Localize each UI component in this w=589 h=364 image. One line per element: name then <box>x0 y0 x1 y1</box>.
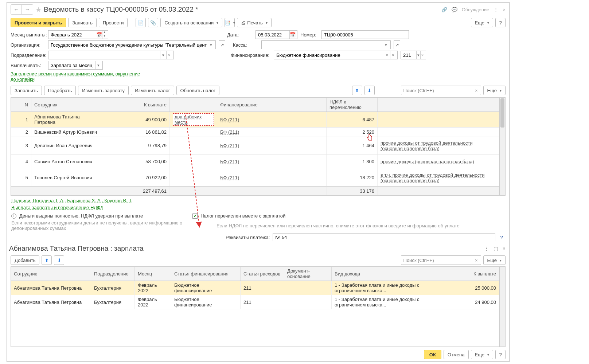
org-open-button[interactable]: ↗ <box>219 40 225 49</box>
table-row[interactable]: Абнагимова Татьяна Петровна Бухгалтерия … <box>11 295 499 309</box>
discussion-icon[interactable]: 💬 <box>452 7 457 12</box>
col-sub-fin[interactable]: Статья финансирования <box>171 267 241 281</box>
col-sub-employee[interactable]: Сотрудник <box>11 267 91 281</box>
ok-button[interactable]: ОК <box>424 350 441 359</box>
cash-label: Касса: <box>233 42 258 48</box>
back-button[interactable]: ← <box>11 5 22 14</box>
print-dropdown[interactable]: 🖨Печать <box>237 18 272 27</box>
table-search-input[interactable]: × <box>401 86 481 95</box>
number-field[interactable] <box>321 30 409 39</box>
more-dropdown[interactable]: Еще <box>471 18 493 27</box>
col-employee[interactable]: Сотрудник <box>31 98 104 111</box>
table-row[interactable]: Абнагимова Татьяна Петровна Бухгалтерия … <box>11 281 499 295</box>
req-field[interactable] <box>273 233 495 241</box>
col-tax[interactable]: НДФЛ к перечислению <box>327 98 378 111</box>
info-text: Деньги выданы полностью, НДФЛ удержан пр… <box>19 213 143 219</box>
fin-field[interactable]: ▾× <box>274 51 398 59</box>
sub-maximize-icon[interactable]: ▢ <box>494 246 498 251</box>
date-field[interactable]: 📅 <box>256 30 297 39</box>
report-icon-button[interactable]: 📄 <box>136 18 146 27</box>
attach-icon-button[interactable]: 📎 <box>148 18 158 27</box>
muted-left-text: Если некоторыми сотрудниками деньги не п… <box>11 220 214 231</box>
col-sub-dep[interactable]: Подразделение <box>91 267 135 281</box>
forward-button[interactable]: → <box>22 5 33 14</box>
col-n[interactable]: N <box>11 98 31 111</box>
col-sub-kind[interactable]: Вид дохода <box>332 267 448 281</box>
table-row[interactable]: 3 Девяткин Иван Андреевич 9 798,79 БФ (2… <box>11 137 499 154</box>
sub-more-dropdown[interactable]: Еще <box>483 255 506 265</box>
table-row[interactable]: 4 Савкин Антон Степанович 58 700,00 БФ (… <box>11 154 499 169</box>
month-label: Месяц выплаты: <box>11 32 45 38</box>
org-label: Организация: <box>11 42 45 48</box>
sub-table-scrollbar[interactable] <box>499 267 505 347</box>
cash-open-button[interactable]: ↗ <box>394 40 400 49</box>
org-field[interactable]: ▾ <box>48 40 216 49</box>
muted-right-text: Если НДФЛ не перечислен или перечислен ч… <box>217 223 460 228</box>
total-pay: 227 497,61 <box>104 187 170 195</box>
sub-move-up-button[interactable]: ⬆ <box>42 255 52 265</box>
edit-tax-button[interactable]: Изменить налог <box>131 86 174 95</box>
page-title: Ведомость в кассу ТЦ00-000005 от 05.03.2… <box>44 5 198 13</box>
sub-move-down-button[interactable]: ⬇ <box>54 255 64 265</box>
col-sub-rash[interactable]: Статья расходов <box>241 267 284 281</box>
fin-label: Финансирование: <box>231 52 271 58</box>
salary-detail-table[interactable]: Сотрудник Подразделение Месяц Статья фин… <box>11 266 506 347</box>
tax-transferred-checkbox[interactable]: ✔ <box>192 214 198 219</box>
info-icon: i <box>11 214 16 219</box>
post-close-button[interactable]: Провести и закрыть <box>11 18 66 27</box>
number-label: Номер: <box>300 32 319 38</box>
close-icon[interactable]: × <box>503 7 506 12</box>
help-button[interactable]: ? <box>495 18 506 27</box>
sub-search-clear[interactable]: × <box>473 258 479 263</box>
fill-settings-link[interactable]: Заполнение всеми причитающимися суммами,… <box>11 71 140 82</box>
pay-label: Выплачивать: <box>11 63 45 68</box>
dep-label: Подразделение: <box>11 52 45 58</box>
req-help-icon[interactable]: ? <box>498 235 505 240</box>
col-sub-amt[interactable]: К выплате <box>448 267 499 281</box>
signers-link[interactable]: Подписи: Погодина Т. А., Барышева З. А.,… <box>11 198 505 203</box>
table-row[interactable]: 2 Вишневский Артур Юрьевич 16 861,82 БФ … <box>11 128 499 137</box>
cancel-button[interactable]: Отмена <box>444 350 469 359</box>
sub-bottom-more-dropdown[interactable]: Еще <box>471 350 493 359</box>
employees-table[interactable]: N Сотрудник К выплате Финансирование НДФ… <box>11 97 506 196</box>
col-pay[interactable]: К выплате <box>104 98 170 111</box>
tax-transferred-label: Налог перечислен вместе с зарплатой <box>200 213 285 219</box>
table-search-clear[interactable]: × <box>473 88 479 93</box>
date-label: Дата: <box>227 32 253 38</box>
discussion-label[interactable]: Обсуждение <box>462 7 489 12</box>
two-workplaces-link[interactable]: два рабочих места <box>173 113 214 126</box>
create-based-dropdown[interactable]: Создать на основании <box>160 18 222 27</box>
structure-dropdown[interactable]: 📑 <box>225 18 235 27</box>
col-sub-month[interactable]: Месяц <box>135 267 171 281</box>
fill-button[interactable]: Заполнить <box>11 86 42 95</box>
sub-add-button[interactable]: Добавить <box>11 255 39 265</box>
fin-code-field[interactable]: ▾× <box>401 51 426 59</box>
save-button[interactable]: Записать <box>68 18 97 27</box>
table-row[interactable]: 1 Абнагимова Татьяна Петровна 49 900,00 … <box>11 112 499 128</box>
favorite-star-icon[interactable]: ★ <box>35 5 42 14</box>
sub-menu-dots-icon[interactable]: ⋮ <box>484 246 489 251</box>
sub-search-input[interactable]: × <box>401 255 481 265</box>
sub-help-button[interactable]: ? <box>495 350 506 359</box>
table-more-dropdown[interactable]: Еще <box>483 86 506 95</box>
table-row[interactable]: 5 Тополев Сергей Иванович 70 922,00 БФ (… <box>11 169 499 187</box>
move-down-button[interactable]: ⬇ <box>364 86 375 95</box>
pay-field[interactable]: ▾ <box>48 61 103 70</box>
sub-title: Абнагимова Татьяна Петровна : зарплата <box>9 244 144 253</box>
link-icon[interactable]: 🔗 <box>441 7 447 12</box>
pick-button[interactable]: Подобрать <box>44 86 76 95</box>
post-button[interactable]: Провести <box>99 18 128 27</box>
table-scrollbar[interactable] <box>499 98 505 195</box>
move-up-button[interactable]: ⬆ <box>352 86 362 95</box>
col-sub-doc[interactable]: Документ-основание <box>284 267 332 281</box>
refresh-tax-button[interactable]: Обновить налог <box>176 86 220 95</box>
month-field[interactable]: 📅 ▲▼ <box>48 30 108 39</box>
edit-salary-button[interactable]: Изменить зарплату <box>78 86 129 95</box>
menu-dots-icon[interactable]: ⋮ <box>494 7 498 12</box>
dep-field[interactable]: ▾× <box>48 51 174 59</box>
pay-transfer-link[interactable]: Выплата зарплаты и перечисление НДФЛ <box>11 205 505 210</box>
sub-close-icon[interactable]: × <box>503 246 506 251</box>
req-label: Реквизиты платежа: <box>226 235 270 240</box>
col-financing[interactable]: Финансирование <box>217 98 327 111</box>
cash-field[interactable]: ▾ <box>261 40 391 49</box>
